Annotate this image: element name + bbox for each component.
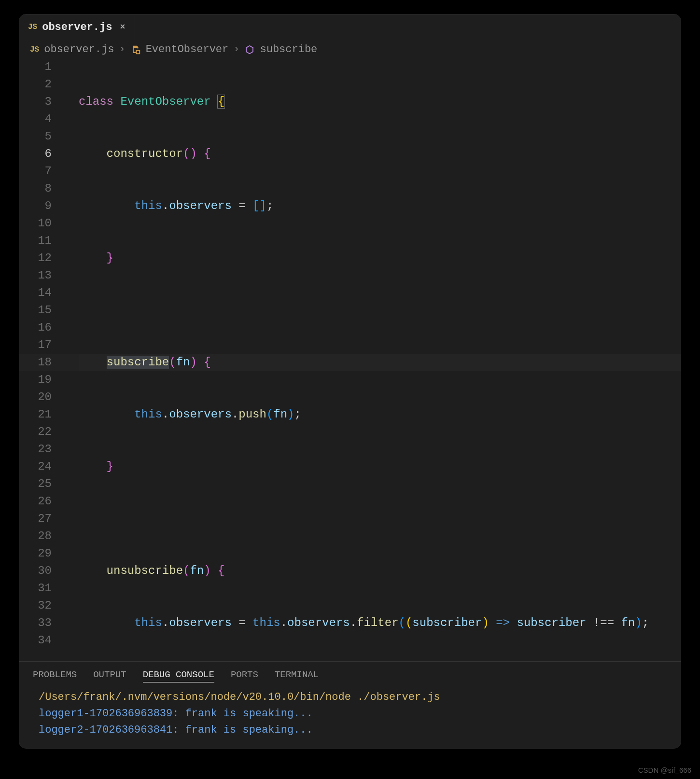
line-number: 6 (19, 145, 52, 163)
line-number: 32 (19, 597, 52, 614)
line-number: 16 (19, 319, 52, 336)
js-file-icon: JS (28, 23, 37, 31)
line-number: 22 (19, 423, 52, 441)
line-number: 13 (19, 267, 52, 284)
watermark: CSDN @sif_666 (638, 766, 691, 774)
breadcrumb-method[interactable]: subscribe (260, 43, 317, 56)
line-number: 33 (19, 614, 52, 632)
bottom-panel: PROBLEMS OUTPUT DEBUG CONSOLE PORTS TERM… (19, 661, 681, 748)
line-number: 19 (19, 371, 52, 389)
tab-title: observer.js (42, 21, 112, 33)
line-number: 23 (19, 441, 52, 458)
breadcrumb-file[interactable]: observer.js (44, 43, 114, 56)
line-number: 3 (19, 93, 52, 111)
line-number: 28 (19, 528, 52, 545)
line-number: 10 (19, 215, 52, 232)
line-number: 5 (19, 128, 52, 145)
editor-window: JS observer.js × JS observer.js › EventO… (19, 14, 681, 748)
line-number: 26 (19, 493, 52, 510)
line-number: 31 (19, 580, 52, 597)
panel-tab-ports[interactable]: PORTS (231, 669, 258, 682)
line-number: 4 (19, 111, 52, 128)
line-number: 14 (19, 284, 52, 302)
line-number: 30 (19, 562, 52, 580)
file-tab[interactable]: JS observer.js × (19, 14, 134, 40)
panel-tab-output[interactable]: OUTPUT (93, 669, 126, 682)
line-number: 20 (19, 389, 52, 406)
panel-tab-bar: PROBLEMS OUTPUT DEBUG CONSOLE PORTS TERM… (19, 662, 681, 687)
line-number: 17 (19, 336, 52, 354)
line-number: 2 (19, 76, 52, 93)
breadcrumb[interactable]: JS observer.js › EventObserver › subscri… (19, 40, 681, 57)
console-log-line: logger1-1702636963839: frank is speaking… (39, 706, 667, 722)
panel-tab-debug-console[interactable]: DEBUG CONSOLE (143, 669, 214, 682)
console-command: /Users/frank/.nvm/versions/node/v20.10.0… (39, 689, 667, 706)
line-number: 1 (19, 58, 52, 76)
console-log-line: logger2-1702636963841: frank is speaking… (39, 722, 667, 738)
line-number-gutter: 1234567891011121314151617181920212223242… (19, 58, 65, 748)
method-icon (244, 44, 255, 55)
line-number: 21 (19, 406, 52, 423)
line-number: 9 (19, 197, 52, 215)
line-number: 34 (19, 632, 52, 649)
breadcrumb-class[interactable]: EventObserver (146, 43, 229, 56)
line-number: 24 (19, 458, 52, 475)
class-icon (130, 44, 141, 55)
line-number: 29 (19, 545, 52, 562)
line-number: 27 (19, 510, 52, 528)
close-icon[interactable]: × (120, 22, 125, 32)
line-number: 8 (19, 180, 52, 197)
tab-bar: JS observer.js × (19, 14, 681, 40)
code-area[interactable]: class EventObserver { constructor() { th… (65, 58, 681, 748)
line-number: 12 (19, 250, 52, 267)
t: class (79, 95, 113, 108)
panel-tab-terminal[interactable]: TERMINAL (275, 669, 319, 682)
code-editor[interactable]: 1234567891011121314151617181920212223242… (19, 57, 681, 748)
line-number: 15 (19, 302, 52, 319)
line-number: 25 (19, 475, 52, 493)
line-number: 7 (19, 163, 52, 180)
js-file-icon: JS (30, 45, 39, 54)
debug-console-output[interactable]: /Users/frank/.nvm/versions/node/v20.10.0… (19, 687, 681, 738)
chevron-right-icon: › (119, 43, 125, 56)
line-number: 11 (19, 232, 52, 250)
svg-rect-0 (136, 50, 140, 54)
panel-tab-problems[interactable]: PROBLEMS (33, 669, 77, 682)
chevron-right-icon: › (233, 43, 239, 56)
